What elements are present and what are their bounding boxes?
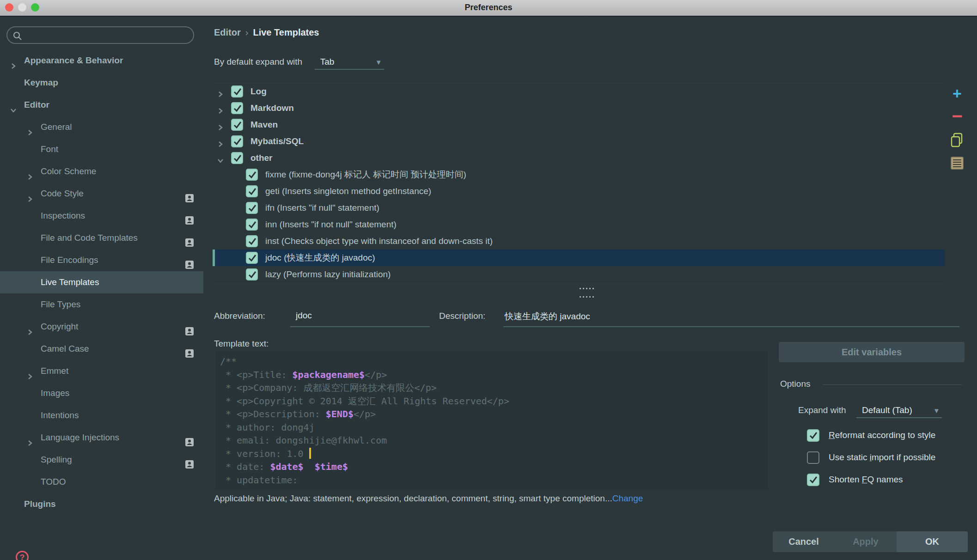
- template-tree-row-inst[interactable]: inst (Checks object type with instanceof…: [213, 233, 945, 250]
- template-checkbox[interactable]: [231, 85, 243, 97]
- sidebar-item-color-scheme[interactable]: Color Scheme: [0, 160, 203, 183]
- chevron-right-icon[interactable]: [216, 107, 225, 115]
- sidebar-item-images[interactable]: Images: [0, 382, 203, 404]
- chevron-right-icon[interactable]: [26, 328, 34, 336]
- template-checkbox[interactable]: [231, 135, 243, 147]
- chevron-right-icon[interactable]: [26, 372, 34, 381]
- template-checkbox[interactable]: [246, 169, 258, 181]
- template-tree-row-markdown[interactable]: Markdown: [213, 100, 945, 116]
- sidebar-item-label: Copyright: [41, 316, 78, 338]
- chevron-down-icon[interactable]: [216, 157, 225, 165]
- cancel-button[interactable]: Cancel: [773, 531, 835, 552]
- option-checkbox[interactable]: [807, 474, 819, 486]
- template-tree-row-log[interactable]: Log: [213, 83, 945, 100]
- checkmark-icon: [247, 270, 257, 280]
- sidebar-item-copyright[interactable]: Copyright: [0, 316, 203, 338]
- description-underline: [503, 326, 959, 327]
- template-text-editor[interactable]: /** * <p>Title: $packagename$</p> * <p>C…: [215, 351, 768, 490]
- sidebar-item-todo[interactable]: TODO: [0, 471, 203, 493]
- chevron-down-icon[interactable]: [9, 106, 18, 115]
- duplicate-template-button[interactable]: [946, 133, 968, 156]
- sidebar-item-keymap[interactable]: Keymap: [0, 72, 203, 94]
- chevron-right-icon[interactable]: [26, 195, 34, 203]
- duplicate-icon: [950, 133, 964, 147]
- sidebar-item-language-injections[interactable]: Language Injections: [0, 426, 203, 449]
- sidebar-item-plugins[interactable]: Plugins: [0, 493, 203, 515]
- edit-variables-button[interactable]: Edit variables: [779, 342, 965, 362]
- sidebar-item-file-encodings[interactable]: File Encodings: [0, 249, 203, 271]
- option-checkbox[interactable]: [807, 429, 819, 442]
- code-text: * updatetime:: [220, 475, 298, 486]
- chevron-right-icon[interactable]: [216, 140, 225, 148]
- template-tree-row-jdoc[interactable]: jdoc (快速生成类的 javadoc): [213, 250, 945, 266]
- sidebar-item-file-and-code-templates[interactable]: File and Code Templates: [0, 227, 203, 249]
- ok-button[interactable]: OK: [897, 531, 968, 552]
- project-settings-icon: [185, 238, 194, 247]
- sidebar-item-emmet[interactable]: Emmet: [0, 360, 203, 382]
- description-field[interactable]: 快速生成类的 javadoc: [505, 310, 590, 323]
- expand-with-dropdown[interactable]: Default (Tab) ▼: [856, 404, 942, 418]
- default-expand-dropdown[interactable]: Tab ▼: [315, 55, 384, 70]
- chevron-right-icon[interactable]: [26, 128, 34, 137]
- chevron-right-icon[interactable]: [216, 123, 225, 132]
- sidebar-item-intentions[interactable]: Intentions: [0, 404, 203, 426]
- chevron-right-icon[interactable]: [216, 90, 225, 98]
- template-tree-row-maven[interactable]: Maven: [213, 116, 945, 133]
- sidebar-item-inspections[interactable]: Inspections: [0, 205, 203, 227]
- template-tree-row-inn[interactable]: inn (Inserts "if not null" statement): [213, 216, 945, 233]
- search-icon: [12, 30, 23, 42]
- template-checkbox[interactable]: [231, 152, 243, 164]
- template-checkbox[interactable]: [246, 202, 258, 214]
- chevron-right-icon[interactable]: [26, 439, 34, 447]
- chevron-right-icon[interactable]: [9, 62, 18, 70]
- template-checkbox[interactable]: [246, 219, 258, 231]
- template-checkbox[interactable]: [246, 185, 258, 197]
- code-text: * version: 1.0: [220, 448, 309, 459]
- breadcrumb-section[interactable]: Editor: [214, 27, 241, 37]
- template-checkbox[interactable]: [231, 102, 243, 114]
- template-checkbox[interactable]: [246, 268, 258, 280]
- sidebar-item-editor[interactable]: Editor: [0, 94, 203, 116]
- sidebar-item-file-types[interactable]: File Types: [0, 293, 203, 316]
- sidebar-item-label: Appearance & Behavior: [24, 49, 123, 72]
- sidebar-item-general[interactable]: General: [0, 116, 203, 138]
- template-tree-row-lazy[interactable]: lazy (Performs lazy initialization): [213, 266, 945, 283]
- restore-defaults-button[interactable]: [946, 156, 968, 180]
- template-checkbox[interactable]: [246, 235, 258, 247]
- option-reformat-according-to-style[interactable]: Reformat according to style: [807, 425, 973, 447]
- applicable-contexts: Applicable in Java; Java: statement, exp…: [214, 493, 643, 504]
- checkmark-icon: [232, 137, 243, 147]
- sidebar-item-camel-case[interactable]: Camel Case: [0, 338, 203, 360]
- template-tree-row-ifn[interactable]: ifn (Inserts "if null" statement): [213, 200, 945, 216]
- sidebar-item-code-style[interactable]: Code Style: [0, 183, 203, 205]
- sidebar-item-label: Code Style: [41, 183, 84, 205]
- option-use-static-import-if-possible[interactable]: Use static import if possible: [807, 447, 973, 469]
- template-variable: $time$: [315, 461, 348, 472]
- help-button[interactable]: ?: [15, 550, 29, 560]
- option-shorten-fq-names[interactable]: Shorten FQ names: [807, 469, 973, 492]
- template-checkbox[interactable]: [231, 119, 243, 131]
- template-label: other: [250, 150, 273, 166]
- search-input[interactable]: [6, 26, 194, 44]
- option-checkbox[interactable]: [807, 451, 819, 464]
- splitter-handle[interactable]: [579, 283, 602, 288]
- template-tree-row-fixme[interactable]: fixme (fixme-dong4j 标记人 标记时间 预计处理时间): [213, 166, 945, 183]
- template-checkbox[interactable]: [246, 252, 258, 264]
- sidebar-item-label: TODO: [41, 471, 66, 493]
- apply-button[interactable]: Apply: [835, 531, 897, 552]
- sidebar-item-font[interactable]: Font: [0, 138, 203, 160]
- sidebar-item-label: Camel Case: [41, 338, 89, 360]
- code-line: * version: 1.0: [220, 447, 768, 461]
- template-tree-row-other[interactable]: other: [213, 150, 945, 166]
- template-tree-row-mybatis-sql[interactable]: Mybatis/SQL: [213, 133, 945, 150]
- sidebar-item-live-templates[interactable]: Live Templates: [0, 271, 203, 293]
- abbreviation-field[interactable]: jdoc: [296, 310, 312, 321]
- code-line: * updatetime:: [220, 474, 768, 487]
- sidebar-item-spelling[interactable]: Spelling: [0, 449, 203, 471]
- remove-template-button[interactable]: −: [946, 109, 968, 133]
- template-tree-row-geti[interactable]: geti (Inserts singleton method getInstan…: [213, 183, 945, 200]
- checkmark-icon: [247, 237, 257, 247]
- change-context-link[interactable]: Change: [612, 493, 643, 503]
- sidebar-item-appearance-behavior[interactable]: Appearance & Behavior: [0, 49, 203, 72]
- chevron-right-icon[interactable]: [26, 173, 34, 181]
